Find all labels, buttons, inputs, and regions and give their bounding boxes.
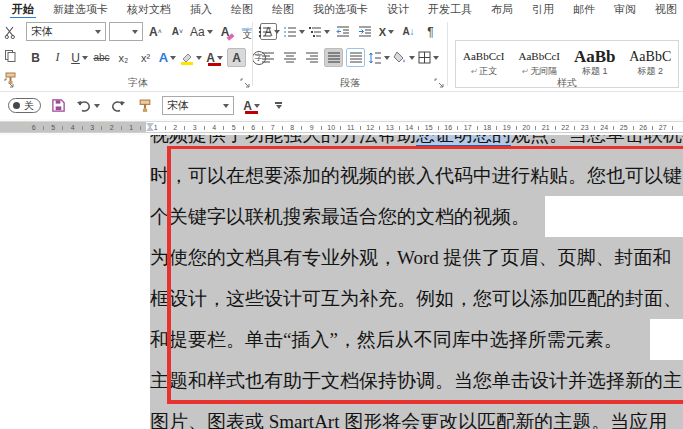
underline-button[interactable]: U [70,48,89,67]
font-group-row1: 宋体 A˄ A˅ Aa A wén 文 A [26,22,277,41]
character-shading-button[interactable]: A [227,48,246,67]
ribbon-tab[interactable]: 新建选项卡 [53,2,108,17]
paragraph-dialog-launcher-icon[interactable] [434,78,444,88]
justify-button[interactable] [324,48,343,67]
redo-button[interactable] [108,96,127,115]
qat-font-name-combobox[interactable]: 宋体 [162,96,234,115]
multilevel-list-button[interactable] [308,22,330,41]
strikethrough-button[interactable]: abc [92,48,111,67]
group-separator [447,22,448,86]
ribbon-tab[interactable]: 布局 [491,2,513,17]
subscript-button[interactable]: x₂ [114,48,133,67]
grow-font-button[interactable]: A˄ [146,22,165,41]
ruler-number: 2 [166,122,186,132]
ruler-number: 3 [83,122,103,132]
paragraph-group-row1: X A↓ ¶ [258,22,440,41]
hanging-indent-marker[interactable] [146,126,154,131]
borders-button[interactable] [418,48,439,67]
shrink-font-button[interactable]: A˅ [168,22,187,41]
chevron-down-icon [95,30,101,34]
qat-overflow-button[interactable] [269,96,288,115]
ruler-number: 1 [122,122,142,132]
increase-indent-button[interactable] [355,22,374,41]
change-case-button[interactable]: Aa [190,22,213,41]
bold-button[interactable]: B [26,48,45,67]
font-color-bar [245,111,258,114]
font-name-combobox[interactable]: 宋体 [26,22,106,41]
align-right-button[interactable] [302,48,321,67]
asian-layout-button[interactable]: X [377,22,396,41]
ruler-number: 25 [614,122,634,132]
chevron-down-icon [433,56,439,60]
sort-button[interactable]: A↓ [399,22,418,41]
copy-icon[interactable] [2,46,18,65]
clear-formatting-button[interactable]: A [216,22,235,41]
ruler-bar: 654321 123456789101112131415161718192021… [0,119,683,135]
ribbon-tab[interactable]: 插入 [190,2,212,17]
redo-icon [110,99,126,113]
cut-icon[interactable] [2,23,18,42]
font-group-label: 字体 [88,76,188,90]
document-page[interactable]: 视频提供了功能强大的方法帮助您证明您的观点。当您单击联机视频 时，可以在想要添加… [0,135,683,429]
doc-line: 视频提供了功能强大的方法帮助您证明您的观点。当您单击联机视频 [150,135,683,155]
ribbon-tab[interactable]: 绘图 [231,2,253,17]
font-color-button[interactable]: A [205,48,224,67]
doc-line: 为使您的文档具有专业外观，Word 提供了页眉、页脚、封面和 [150,237,683,278]
ribbon-tab[interactable]: 引用 [532,2,554,17]
ribbon-tab[interactable]: 开始 [12,2,34,17]
superscript-button[interactable]: x² [136,48,155,67]
ribbon-tab[interactable]: 我的选项卡 [313,2,368,17]
doc-text: 个关键字以联机搜索最适合您的文档的视频。 [150,196,683,237]
clipboard-dialog-launcher-icon[interactable] [4,78,14,88]
text-highlight-button[interactable] [180,48,202,67]
style-name: 标题 2 [637,65,663,78]
ruler-number: 21 [536,122,556,132]
decrease-indent-button[interactable] [333,22,352,41]
shading-button[interactable] [393,48,415,67]
ribbon-tab[interactable]: 核对文档 [127,2,171,17]
font-dialog-launcher-icon[interactable] [240,78,250,88]
bullet-list-button[interactable] [258,22,280,41]
qat-font-color-button[interactable]: A [242,96,261,115]
align-center-button[interactable] [280,48,299,67]
text-effects-glyph: A [159,50,168,65]
phonetic-guide-button[interactable]: wén 文 [238,22,257,41]
ruler-number: 10 [322,122,342,132]
align-left-button[interactable] [258,48,277,67]
text-effects-button[interactable]: A [158,48,177,67]
line-spacing-button[interactable] [368,48,390,67]
group-separator [252,22,253,86]
ribbon-tab[interactable]: 审阅 [614,2,636,17]
ribbon-tab[interactable]: 视图 [655,2,677,17]
horizontal-ruler[interactable]: 654321 123456789101112131415161718192021… [0,121,683,133]
format-painter-button[interactable] [135,96,154,115]
undo-button[interactable] [76,96,100,115]
ruler-number: 18 [478,122,498,132]
italic-button[interactable]: I [48,48,67,67]
chevron-down-icon [217,56,223,60]
numbered-list-button[interactable] [283,22,305,41]
ruler-number: 7 [263,122,283,132]
show-marks-button[interactable]: ¶ [421,22,440,41]
save-button[interactable] [49,96,68,115]
ribbon-tab[interactable]: 设计 [387,2,409,17]
ruler-number: 27 [653,122,673,132]
style-card[interactable]: AaBbC 标题 2 [623,41,679,87]
italic-glyph: I [56,50,60,65]
chevron-down-icon [299,30,305,34]
ribbon-tab[interactable]: 开发工具 [428,2,472,17]
change-case-glyph: Aa [190,25,205,39]
ribbon-tab[interactable]: 绘图 [272,2,294,17]
style-card[interactable]: AaBbCcI ↵ 正文 [456,41,512,87]
autosave-toggle[interactable]: 关 [8,98,41,113]
qat-font-name-value: 宋体 [167,98,189,113]
align-right-icon [305,52,319,64]
style-sample: AaBbCcI [518,50,560,63]
ruler-numbers: 1234567891011121314151617181920212223242… [146,122,673,132]
distribute-button[interactable] [346,48,365,67]
paragraph-group-row2 [258,48,439,67]
ribbon-tab[interactable]: 邮件 [573,2,595,17]
font-size-combobox[interactable] [109,22,143,41]
bold-glyph: B [31,51,40,65]
character-shading-glyph: A [232,51,241,65]
